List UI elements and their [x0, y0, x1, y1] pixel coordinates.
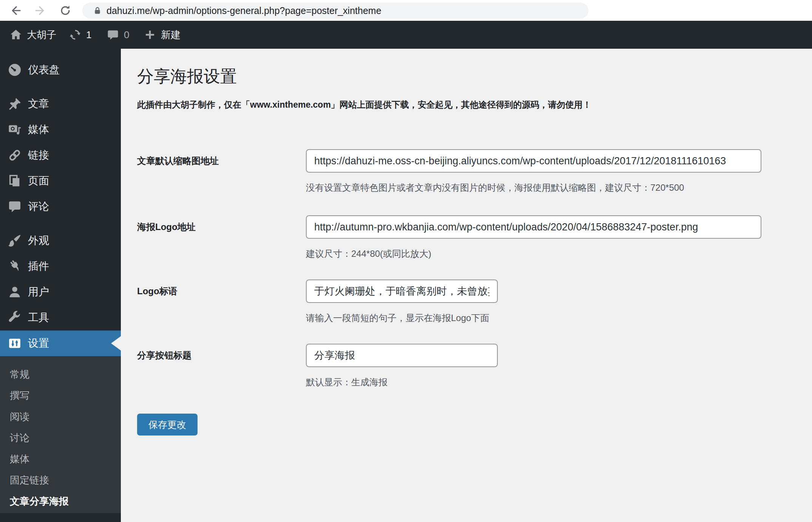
- submenu-item-permalinks[interactable]: 固定链接: [0, 469, 121, 491]
- admin-bar-site[interactable]: 大胡子: [9, 21, 56, 49]
- sidebar-item-label: 外观: [28, 233, 49, 248]
- submenu-item-writing[interactable]: 撰写: [0, 385, 121, 406]
- page-title: 分享海报设置: [137, 65, 237, 88]
- sidebar-item-links[interactable]: 链接: [0, 142, 121, 168]
- field-label: 文章默认缩略图地址: [137, 149, 219, 173]
- field-label: 分享按钮标题: [137, 344, 191, 367]
- logo-slogan-input[interactable]: [306, 280, 498, 303]
- plugins-plug-icon: [8, 259, 22, 273]
- home-icon: [9, 28, 22, 41]
- field-label: Logo标语: [137, 280, 178, 303]
- submenu-item-reading[interactable]: 阅读: [0, 406, 121, 427]
- sidebar-item-appearance[interactable]: 外观: [0, 228, 121, 253]
- links-chain-icon: [8, 148, 22, 162]
- sidebar-item-label: 设置: [28, 336, 49, 351]
- appearance-brush-icon: [8, 233, 22, 248]
- sidebar-item-pages[interactable]: 页面: [0, 168, 121, 194]
- sidebar-item-tools[interactable]: 工具: [0, 305, 121, 330]
- sidebar-item-label: 仪表盘: [28, 63, 60, 77]
- dashboard-icon: [8, 63, 22, 77]
- submenu-item-media[interactable]: 媒体: [0, 448, 121, 469]
- submenu-item-discussion[interactable]: 讨论: [0, 427, 121, 448]
- lock-icon: [93, 6, 102, 15]
- sidebar-item-label: 工具: [28, 310, 49, 325]
- browser-toolbar: dahuzi.me/wp-admin/options-general.php?p…: [0, 0, 812, 21]
- plus-icon: [144, 28, 156, 41]
- sidebar-item-dashboard[interactable]: 仪表盘: [0, 57, 121, 83]
- address-bar[interactable]: dahuzi.me/wp-admin/options-general.php?p…: [82, 3, 588, 19]
- sidebar-bottom-strip: [0, 513, 121, 522]
- tools-wrench-icon: [8, 310, 22, 325]
- forward-icon[interactable]: [34, 4, 47, 17]
- settings-submenu: 常规 撰写 阅读 讨论 媒体 固定链接 文章分享海报: [0, 356, 121, 513]
- sidebar-item-settings[interactable]: 设置: [0, 330, 121, 356]
- sidebar-item-label: 文章: [28, 97, 49, 111]
- submenu-item-general[interactable]: 常规: [0, 364, 121, 385]
- sidebar-item-posts[interactable]: 文章: [0, 91, 121, 117]
- url-text: dahuzi.me/wp-admin/options-general.php?p…: [107, 3, 381, 19]
- field-help: 请输入一段简短的句子，显示在海报Logo下面: [306, 312, 489, 324]
- update-count: 1: [86, 29, 91, 41]
- media-camera-icon: [8, 122, 22, 137]
- admin-bar-new[interactable]: 新建: [144, 21, 181, 49]
- sidebar-item-media[interactable]: 媒体: [0, 117, 121, 142]
- reload-icon[interactable]: [59, 4, 72, 17]
- sidebar-item-label: 页面: [28, 174, 49, 188]
- comment-count: 0: [124, 29, 129, 41]
- admin-bar-comments[interactable]: 0: [107, 21, 129, 49]
- sidebar-item-label: 链接: [28, 148, 49, 162]
- users-person-icon: [8, 285, 22, 299]
- posts-pin-icon: [8, 97, 22, 111]
- sidebar-item-label: 插件: [28, 259, 49, 273]
- updates-icon: [69, 28, 82, 41]
- settings-sliders-icon: [8, 336, 22, 351]
- field-help: 建议尺寸：244*80(或同比放大): [306, 248, 431, 260]
- comments-bubble-icon: [8, 199, 22, 214]
- share-button-title-input[interactable]: [306, 344, 498, 367]
- sidebar-item-users[interactable]: 用户: [0, 279, 121, 305]
- pages-icon: [8, 174, 22, 188]
- current-menu-arrow: [111, 336, 121, 351]
- admin-bar-updates[interactable]: 1: [69, 21, 91, 49]
- sidebar-item-plugins[interactable]: 插件: [0, 253, 121, 279]
- wp-admin-bar: 大胡子 1 0 新建: [0, 21, 812, 49]
- plugin-notice: 此插件由大胡子制作，仅在「www.xintheme.com」网站上面提供下载，安…: [137, 99, 591, 111]
- field-help: 没有设置文章特色图片或者文章内没有图片的时候，海报使用默认缩略图，建议尺寸：72…: [306, 182, 684, 194]
- field-label: 海报Logo地址: [137, 215, 196, 239]
- comments-icon: [107, 28, 119, 41]
- sidebar-item-label: 评论: [28, 199, 49, 214]
- thumbnail-url-input[interactable]: [306, 149, 761, 173]
- back-icon[interactable]: [9, 4, 22, 17]
- poster-logo-url-input[interactable]: [306, 215, 761, 239]
- field-help: 默认显示：生成海报: [306, 376, 387, 388]
- save-changes-button[interactable]: 保存更改: [137, 414, 198, 436]
- new-label: 新建: [161, 28, 181, 42]
- submenu-item-share-poster[interactable]: 文章分享海报: [0, 491, 121, 512]
- sidebar-item-label: 用户: [28, 285, 49, 299]
- settings-page: 分享海报设置 此插件由大胡子制作，仅在「www.xintheme.com」网站上…: [121, 49, 812, 522]
- sidebar-item-label: 媒体: [28, 122, 49, 137]
- admin-sidebar: 仪表盘 文章 媒体 链接 页面 评论 外观: [0, 49, 121, 522]
- sidebar-item-comments[interactable]: 评论: [0, 194, 121, 219]
- site-name: 大胡子: [27, 28, 56, 42]
